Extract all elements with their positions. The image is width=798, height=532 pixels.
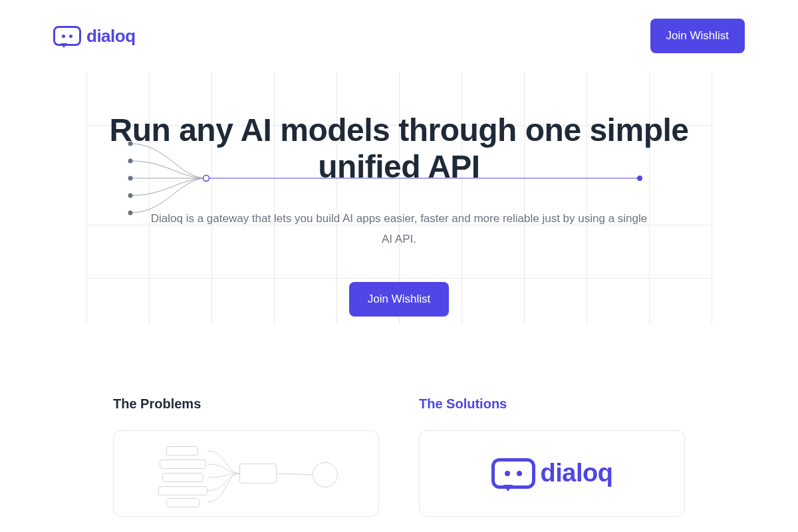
problems-section: The Problems bbox=[113, 396, 379, 517]
svg-line-8 bbox=[277, 473, 313, 475]
hero-content: Run any AI models through one simple uni… bbox=[80, 112, 718, 317]
problems-solutions-row: The Problems bbox=[0, 370, 798, 517]
hero-subtitle: Dialoq is a gateway that lets you build … bbox=[146, 209, 652, 249]
solutions-section: The Solutions dialoq bbox=[419, 396, 685, 517]
solutions-title: The Solutions bbox=[419, 396, 685, 412]
chat-bubble-icon bbox=[491, 458, 535, 489]
hero-section: Run any AI models through one simple uni… bbox=[0, 72, 798, 370]
header: dialoq Join Wishlist bbox=[0, 0, 798, 72]
hero-title: Run any AI models through one simple uni… bbox=[80, 112, 718, 185]
hero-join-wishlist-button[interactable]: Join Wishlist bbox=[349, 282, 449, 317]
problems-card bbox=[113, 430, 379, 517]
solutions-card: dialoq bbox=[419, 430, 685, 517]
chat-bubble-icon bbox=[53, 26, 81, 46]
brand-name: dialoq bbox=[86, 26, 136, 47]
join-wishlist-button[interactable]: Join Wishlist bbox=[650, 19, 745, 53]
fragmented-apis-illustration bbox=[153, 444, 339, 503]
brand-logo[interactable]: dialoq bbox=[53, 26, 136, 47]
brand-name-large: dialoq bbox=[541, 459, 613, 487]
brand-logo-large: dialoq bbox=[491, 458, 613, 489]
problems-title: The Problems bbox=[113, 396, 379, 412]
